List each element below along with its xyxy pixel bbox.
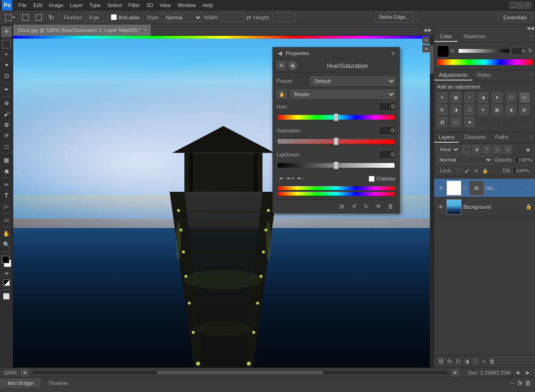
filter-type-btn[interactable]: T <box>483 145 491 154</box>
hue-thumb[interactable] <box>334 114 338 121</box>
sat-value-input[interactable] <box>379 126 395 135</box>
adj-curves-btn[interactable]: ⌇ <box>464 92 475 103</box>
doc-info-prev[interactable]: ◀ <box>514 369 521 376</box>
lock-position-btn[interactable]: ✛ <box>472 167 480 174</box>
path-select-tool[interactable]: ▷ <box>1 201 12 212</box>
rotate-btn[interactable]: ↻ <box>46 12 57 23</box>
tab-mini-bridge[interactable]: Mini Bridge <box>0 378 41 388</box>
zoom-tool[interactable]: 🔍 <box>1 239 12 250</box>
marquee-tool[interactable] <box>2 40 11 49</box>
menu-view[interactable]: View <box>156 1 174 9</box>
hue-slider-container[interactable] <box>278 113 395 122</box>
adj-layer-btn[interactable]: ◑ <box>462 357 471 366</box>
adj-bw-btn[interactable]: ◑ <box>451 105 461 115</box>
delete-btn[interactable]: 🗑 <box>386 202 395 211</box>
adj-photo-btn[interactable]: ⬡ <box>464 105 475 115</box>
right-tool-2[interactable]: ◉ <box>422 45 430 52</box>
type-tool[interactable]: T <box>1 190 12 201</box>
refine-edge-btn[interactable]: Refine Edge... <box>375 12 413 23</box>
visibility-btn[interactable]: 👁 <box>374 202 383 211</box>
adj-colorbalance-btn[interactable]: ⊞ <box>437 105 447 115</box>
hue-value-input[interactable] <box>379 102 395 111</box>
light-slider-container[interactable] <box>278 161 395 170</box>
adj-empty4-btn[interactable] <box>519 117 530 127</box>
layer-row-1[interactable]: 👁 Background 🔒 <box>434 197 535 216</box>
fill-input[interactable] <box>512 167 529 174</box>
right-tool-1[interactable]: ⊞ <box>422 36 430 44</box>
opacity-input[interactable] <box>515 156 532 163</box>
k-slider[interactable] <box>459 49 509 53</box>
lock-image-btn[interactable]: 🖌 <box>463 167 471 174</box>
eyedropper-btn-2[interactable]: ✒+ <box>286 174 296 183</box>
light-thumb[interactable] <box>334 162 338 169</box>
close-btn[interactable]: × <box>525 2 531 8</box>
rect-marquee-btn[interactable] <box>20 12 31 23</box>
layer-0-visibility[interactable]: 👁 <box>437 184 444 192</box>
canvas-scrollbar-v[interactable] <box>430 36 434 368</box>
adj-colorlookup-btn[interactable]: ▦ <box>492 105 502 115</box>
k-value-input[interactable] <box>511 47 526 55</box>
feather-input[interactable] <box>85 13 104 22</box>
horizontal-scrollbar[interactable] <box>32 371 448 375</box>
tab-swatches[interactable]: Swatches <box>458 32 492 42</box>
prop-expand-btn[interactable]: ◀ <box>277 50 283 57</box>
doc-info-next[interactable]: ▶ <box>525 369 531 376</box>
cycle-prev-btn[interactable]: ↺ <box>349 202 359 211</box>
colorize-checkbox[interactable] <box>369 176 375 182</box>
delete-layer-btn[interactable]: 🗑 <box>488 357 496 366</box>
layer-style-btn[interactable]: fx <box>445 357 454 366</box>
prop-menu-btn[interactable]: ≡ <box>390 50 395 57</box>
menu-type[interactable]: Type <box>86 1 104 9</box>
blend-mode-select[interactable]: Normal Multiply Screen Overlay <box>437 155 493 164</box>
foreground-color[interactable] <box>2 256 9 263</box>
height-input[interactable] <box>272 13 296 22</box>
brush-tool[interactable]: 🖌 <box>1 109 12 119</box>
single-col-btn[interactable] <box>33 12 44 23</box>
healing-tool[interactable]: ⊕ <box>1 98 12 108</box>
prop-clip-btn[interactable]: ⊞ <box>277 61 286 70</box>
quick-mask-btn[interactable] <box>1 278 12 288</box>
filter-toggle[interactable]: ◉ <box>524 145 532 154</box>
filter-pixel-btn[interactable]: ⬛ <box>462 145 470 154</box>
adj-threshold-btn[interactable]: ▧ <box>437 117 447 127</box>
lasso-tool[interactable]: ⌖ <box>1 49 12 59</box>
blur-tool[interactable]: ◉ <box>1 166 12 176</box>
tab-channels[interactable]: Channels <box>459 132 490 143</box>
width-input[interactable] <box>221 13 244 22</box>
color-preview[interactable] <box>437 45 449 57</box>
eyedropper-btn-3[interactable]: ✒- <box>296 174 305 183</box>
tab-styles[interactable]: Styles <box>472 70 496 81</box>
history-brush[interactable]: ⟳ <box>1 131 12 141</box>
new-layer-btn[interactable]: + <box>479 357 488 366</box>
hand-icon-btn[interactable]: ✋ <box>277 90 287 99</box>
tab-scroll-left[interactable]: ◀ <box>423 27 427 33</box>
essentials-btn[interactable]: Essentials <box>498 13 532 22</box>
adj-levels-btn[interactable]: ▦ <box>451 92 461 103</box>
adj-empty1-btn[interactable] <box>478 117 488 127</box>
preset-select[interactable]: Default <box>310 76 395 86</box>
crop-tool[interactable]: ⊡ <box>1 71 12 81</box>
layer-1-visibility[interactable]: 👁 <box>437 203 444 211</box>
style-select[interactable]: Normal Fixed Ratio Fixed Size <box>162 13 202 22</box>
adj-selective-btn[interactable]: ◈ <box>464 117 475 127</box>
menu-edit[interactable]: Edit <box>30 1 46 9</box>
sat-thumb[interactable] <box>334 138 338 145</box>
light-value-input[interactable] <box>379 150 395 159</box>
adj-dropdown-btn[interactable]: ▼ <box>492 92 502 103</box>
lock-pixels-btn[interactable]: ⬛ <box>454 167 462 174</box>
zoom-out-btn[interactable]: ◀ <box>21 369 28 376</box>
pen-tool[interactable]: ✏ <box>1 180 12 190</box>
menu-3d[interactable]: 3D <box>143 1 156 9</box>
adj-panel-menu[interactable]: ≡ <box>528 70 535 81</box>
move-tool[interactable]: ✛ <box>1 26 12 37</box>
tab-adjustments[interactable]: Adjustments <box>434 70 472 81</box>
swap-colors-btn[interactable]: ⇄ <box>2 270 11 276</box>
tab-scroll-right[interactable]: ▶ <box>428 27 432 33</box>
maximize-btn[interactable]: □ <box>517 2 524 8</box>
bottom-fx-btn[interactable]: fx <box>518 379 523 387</box>
group-btn[interactable]: ⬡ <box>471 357 479 366</box>
tab-timeline[interactable]: Timeline <box>41 378 75 388</box>
adj-huesat-btn[interactable]: ⊙ <box>519 92 530 103</box>
add-mask-btn[interactable]: ⊡ <box>454 357 462 366</box>
color-spectrum[interactable] <box>437 59 532 65</box>
